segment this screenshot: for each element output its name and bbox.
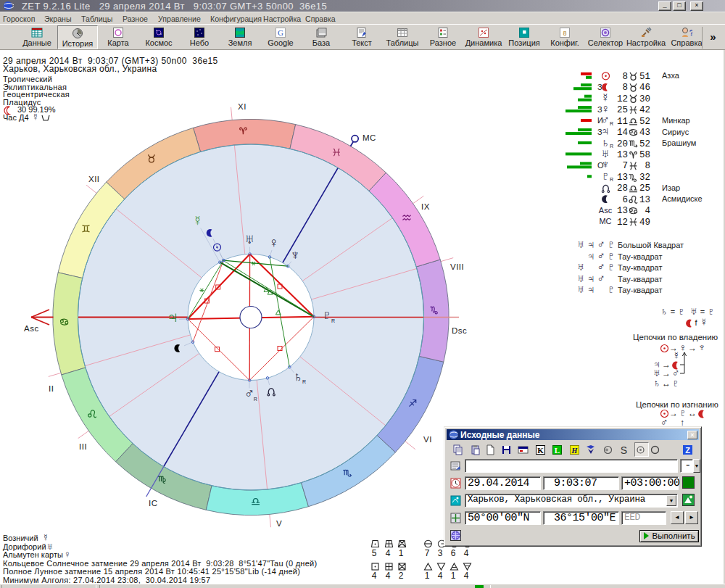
svg-text:58: 58 <box>639 150 650 160</box>
svg-text:♇: ♇ <box>322 307 332 323</box>
svg-text:R: R <box>610 121 613 126</box>
svg-text:R: R <box>610 177 613 182</box>
svg-text:4: 4 <box>645 206 650 216</box>
svg-text:♂: ♂ <box>597 272 605 284</box>
svg-text:1: 1 <box>399 548 404 558</box>
svg-text:♃: ♃ <box>587 249 594 262</box>
svg-text:S: S <box>621 444 627 455</box>
svg-text:Асмидиске: Асмидиске <box>662 194 703 203</box>
svg-text:Z: Z <box>685 446 690 455</box>
svg-text:4: 4 <box>464 548 469 558</box>
svg-text:♃: ♃ <box>587 283 594 295</box>
svg-text:Тау-квадрат: Тау-квадрат <box>618 286 662 294</box>
svg-text:Цепочки по владению: Цепочки по владению <box>633 333 718 341</box>
svg-text:→: → <box>688 343 697 353</box>
svg-text:♃: ♃ <box>167 308 179 326</box>
svg-text:VIII: VIII <box>450 262 464 271</box>
svg-text:28: 28 <box>617 183 628 194</box>
svg-text:4: 4 <box>438 571 443 581</box>
svg-text:1: 1 <box>425 571 430 581</box>
svg-text:XI: XI <box>238 102 246 111</box>
svg-text:4: 4 <box>372 571 377 581</box>
svg-text:♇: ♇ <box>607 238 615 250</box>
svg-text:♇: ♇ <box>601 170 610 182</box>
svg-text:8: 8 <box>645 161 650 171</box>
svg-text:1: 1 <box>451 571 456 581</box>
svg-text:Харьков, Харьковская обл., Укр: Харьков, Харьковская обл., Украина <box>3 64 157 74</box>
svg-text:6: 6 <box>451 548 456 558</box>
svg-text:♂: ♂ <box>601 114 610 126</box>
svg-text:4: 4 <box>464 571 469 581</box>
svg-text:Альмутен карты: Альмутен карты <box>3 550 63 559</box>
svg-text:Изар: Изар <box>662 183 680 192</box>
svg-text:51: 51 <box>639 72 650 82</box>
svg-text:=: = <box>700 307 705 316</box>
svg-text:R: R <box>610 144 613 149</box>
svg-text:☿: ☿ <box>32 112 39 123</box>
svg-text:Dsc: Dsc <box>452 326 467 335</box>
svg-text:♄: ♄ <box>660 305 668 317</box>
svg-text:♂: ♂ <box>597 249 605 262</box>
svg-text:Asc: Asc <box>599 206 613 215</box>
svg-text:Тау-квадрат: Тау-квадрат <box>618 263 662 272</box>
svg-text:K: K <box>537 446 544 455</box>
svg-text:11: 11 <box>617 117 628 127</box>
svg-text:13: 13 <box>617 173 628 183</box>
svg-text:♅: ♅ <box>576 238 584 250</box>
svg-text:V: V <box>276 519 282 528</box>
svg-text:III: III <box>79 442 87 451</box>
svg-text:7: 7 <box>622 161 628 171</box>
svg-text:12: 12 <box>617 94 628 104</box>
svg-text:2: 2 <box>399 571 404 581</box>
svg-text:♀: ♀ <box>679 341 687 353</box>
svg-text:☿: ☿ <box>700 316 708 328</box>
svg-text:8: 8 <box>622 72 628 82</box>
svg-text:Азха: Азха <box>662 71 680 80</box>
svg-text:6: 6 <box>622 195 628 205</box>
svg-text:♄: ♄ <box>293 369 303 384</box>
svg-text:30: 30 <box>639 94 650 104</box>
svg-text:R: R <box>302 379 306 384</box>
svg-text:♆: ♆ <box>290 247 300 262</box>
svg-text:7: 7 <box>425 548 430 558</box>
svg-text:З: З <box>597 83 602 91</box>
svg-text:20: 20 <box>617 139 628 149</box>
svg-text:♂: ♂ <box>597 260 605 273</box>
svg-text:13: 13 <box>639 195 650 205</box>
svg-text:♇: ♇ <box>672 377 680 389</box>
svg-text:♃: ♃ <box>587 272 594 284</box>
svg-text:49: 49 <box>639 218 650 228</box>
svg-text:=: = <box>671 307 675 316</box>
svg-text:♅: ♅ <box>244 231 254 247</box>
svg-text:MC: MC <box>362 133 376 142</box>
svg-text:♅: ♅ <box>576 283 584 295</box>
svg-text:32: 32 <box>639 173 650 183</box>
svg-text:♀: ♀ <box>601 102 610 115</box>
svg-text:13: 13 <box>617 150 628 160</box>
svg-text:Большой Квадрат: Большой Квадрат <box>618 241 684 249</box>
svg-text:Брашиум: Брашиум <box>662 138 696 147</box>
svg-text:♅: ♅ <box>601 147 610 160</box>
svg-text:Тау-квадрат: Тау-квадрат <box>618 252 662 261</box>
svg-text:♅: ♅ <box>576 272 584 284</box>
svg-text:42: 42 <box>639 105 650 115</box>
svg-text:↔: ↔ <box>688 408 697 418</box>
svg-text:43: 43 <box>639 128 650 138</box>
svg-text:♂: ♂ <box>597 238 605 250</box>
svg-text:MC: MC <box>599 217 611 225</box>
svg-text:II: II <box>49 384 54 393</box>
svg-text:♄: ♄ <box>653 377 661 389</box>
svg-text:52: 52 <box>639 117 650 127</box>
svg-text:♀: ♀ <box>268 235 278 250</box>
svg-text:→: → <box>662 368 671 378</box>
svg-text:♇: ♇ <box>607 260 615 273</box>
svg-text:↔: ↔ <box>662 378 671 389</box>
svg-text:IC: IC <box>149 499 158 508</box>
svg-text:♃: ♃ <box>587 238 594 250</box>
svg-text:52: 52 <box>639 139 650 149</box>
svg-text:XII: XII <box>88 175 100 183</box>
svg-text:Час Д4: Час Д4 <box>3 113 29 122</box>
svg-text:Полное Лунное затмение 15 апре: Полное Лунное затмение 15 апреля 2014 Вт… <box>3 567 300 576</box>
svg-text:♅: ♅ <box>576 260 584 273</box>
svg-text:♇: ♇ <box>678 305 686 317</box>
